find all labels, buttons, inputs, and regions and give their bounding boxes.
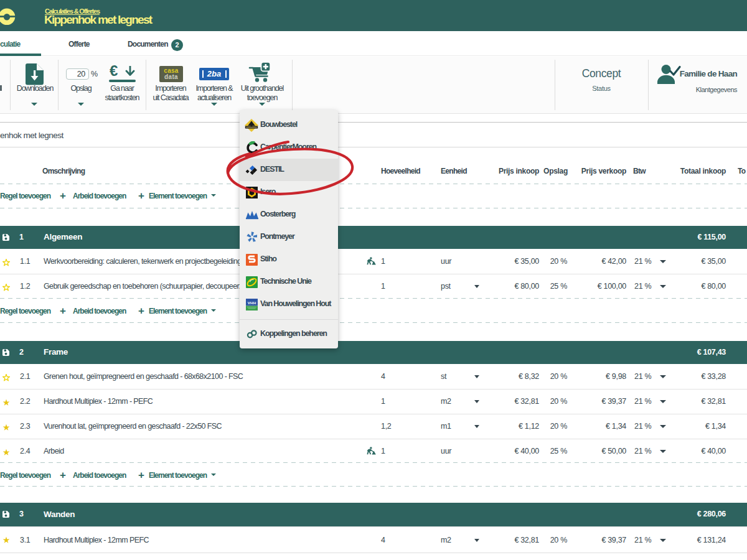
svg-text:VHH: VHH — [248, 301, 256, 305]
